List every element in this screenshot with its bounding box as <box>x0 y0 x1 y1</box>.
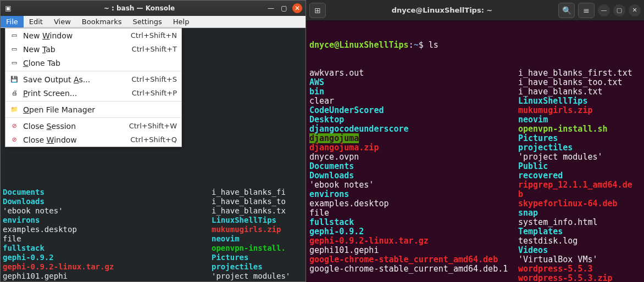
menu-item[interactable]: ▭New WindowCtrl+Shift+N <box>5 29 181 42</box>
menu-item-label: New Window <box>23 31 126 40</box>
ls-entry: gephi-0.9.2 <box>309 227 364 236</box>
menu-item[interactable]: ▭New TabCtrl+Shift+T <box>5 42 181 56</box>
ls-entry: 'project modules' <box>518 152 603 162</box>
menu-item-icon: ▭ <box>10 45 19 54</box>
konsole-title: ~ : bash — Konsole <box>16 4 263 12</box>
konsole-titlebar[interactable]: ▣ ~ : bash — Konsole — ▢ ✕ <box>1 1 306 16</box>
ls-entry: fullstack <box>3 244 45 252</box>
menubar-item-bookmarks[interactable]: Bookmarks <box>76 16 127 27</box>
ls-entry: fullstack <box>309 217 354 227</box>
ls-entry: clear <box>309 96 334 106</box>
search-button[interactable]: 🔍 <box>558 3 575 18</box>
ls-entry: 'project modules' <box>212 272 290 280</box>
gnome-terminal[interactable]: dnyce@LinuxShellTips:~$ ls awkvars.outAW… <box>306 21 644 282</box>
ls-entry: b <box>518 189 523 199</box>
ls-entry: mukumugirls.zip <box>518 105 592 115</box>
ls-entry: mukumugirls.zip <box>212 225 281 234</box>
maximize-button[interactable]: ▢ <box>613 4 625 16</box>
konsole-window: ▣ ~ : bash — Konsole — ▢ ✕ FileEditViewB… <box>0 0 306 282</box>
ls-entry: Desktop <box>309 115 344 125</box>
ls-entry: Documents <box>3 188 45 196</box>
ls-entry: wordpress-5.5.3 <box>518 264 592 274</box>
menu-item[interactable]: ▭Clone Tab <box>5 56 181 70</box>
menubar-item-edit[interactable]: Edit <box>24 16 48 27</box>
ls-entry: projectiles <box>212 262 263 271</box>
ls-entry: i_have_blanks.tx <box>212 206 286 215</box>
close-button[interactable]: ✕ <box>629 4 641 16</box>
menu-item[interactable]: ⊘Close SessionCtrl+Shift+W <box>5 119 181 133</box>
ls-entry: google-chrome-stable_current_amd64.deb.1 <box>309 264 508 274</box>
ls-entry: 'ebook notes' <box>3 206 63 215</box>
ls-entry: google-chrome-stable_current_amd64.deb <box>3 281 179 281</box>
ls-entry: CodeUnderScored <box>309 105 384 115</box>
menu-item-shortcut: Ctrl+Shift+P <box>132 89 177 97</box>
ls-entry: Public <box>212 281 240 281</box>
ls-entry: examples.desktop <box>309 199 389 208</box>
ls-entry: Videos <box>518 245 548 255</box>
ls-entry: i_have_blanks_first.txt <box>518 68 632 78</box>
ls-entry: openvpn-install.sh <box>518 124 608 134</box>
menu-item-icon: ▭ <box>10 59 19 67</box>
ls-entry: Downloads <box>3 197 45 206</box>
ls-entry: wordpress-5.5.3.zip <box>518 273 613 282</box>
ls-entry: neovim <box>212 234 240 243</box>
ls-entry: google-chrome-stable_current_amd64.deb <box>309 255 498 264</box>
ls-entry: file <box>309 208 329 218</box>
menu-item-label: Print Screen... <box>23 89 127 98</box>
minimize-button[interactable]: — <box>598 4 610 16</box>
ls-entry: gephi101.gephi <box>309 245 379 255</box>
menubar-item-view[interactable]: View <box>48 16 76 27</box>
ls-entry: file <box>3 234 21 243</box>
prompt-line: dnyce@LinuxShellTips:~$ ls <box>309 41 641 50</box>
menu-separator <box>5 71 181 71</box>
ls-entry: Templates <box>518 227 563 236</box>
file-menu-dropdown: ▭New WindowCtrl+Shift+N▭New TabCtrl+Shif… <box>5 28 182 147</box>
menu-item-shortcut: Ctrl+Shift+S <box>131 75 177 83</box>
menu-separator <box>5 101 181 101</box>
ls-entry: AWS <box>309 77 324 87</box>
menu-item-label: Open File Manager <box>23 105 173 114</box>
gnome-titlebar[interactable]: ⊞ dnyce@LinuxShellTips: ~ 🔍 ≡ — ▢ ✕ <box>306 0 644 21</box>
ls-entry: i_have_blanks.txt <box>518 87 603 97</box>
new-tab-button[interactable]: ⊞ <box>309 3 326 18</box>
menu-item-icon: 📁 <box>10 105 19 114</box>
ls-entry: i_have_blanks_fi <box>212 188 286 196</box>
hamburger-menu-button[interactable]: ≡ <box>578 3 595 18</box>
ls-entry: bin <box>309 87 324 97</box>
close-button[interactable]: ✕ <box>292 3 302 13</box>
menubar-item-help[interactable]: Help <box>168 16 195 27</box>
menu-item[interactable]: 🖨Print Screen...Ctrl+Shift+P <box>5 86 181 100</box>
ls-entry: Pictures <box>212 253 248 262</box>
ls-entry: skypeforlinux-64.deb <box>518 199 618 208</box>
menu-item-shortcut: Ctrl+Shift+T <box>132 45 177 53</box>
menu-item[interactable]: 📁Open File Manager <box>5 103 181 116</box>
menu-item-label: Close Session <box>23 122 125 131</box>
ls-entry: Public <box>518 161 548 171</box>
ls-entry: LinuxShellTips <box>518 96 587 106</box>
ls-entry: gephi101.gephi <box>3 272 68 280</box>
ls-entry: dnyce.ovpn <box>309 152 359 162</box>
ls-entry: system_info.html <box>518 217 598 227</box>
ls-entry: awkvars.out <box>309 68 364 78</box>
ls-entry: neovim <box>518 115 548 125</box>
konsole-app-icon: ▣ <box>4 4 13 13</box>
menu-item-shortcut: Ctrl+Shift+N <box>131 31 177 40</box>
ls-entry: 'ebook notes' <box>309 180 374 190</box>
menu-item-label: Save Output As... <box>23 75 127 84</box>
menu-item-icon: 💾 <box>10 75 19 84</box>
menu-item-shortcut: Ctrl+Shift+W <box>129 122 177 130</box>
menu-separator <box>5 117 181 118</box>
menu-item[interactable]: 💾Save Output As...Ctrl+Shift+S <box>5 72 181 86</box>
ls-entry: Pictures <box>518 133 558 143</box>
maximize-button[interactable]: ▢ <box>279 3 289 13</box>
ls-entry: ripgrep_12.1.1_amd64.de <box>518 180 632 190</box>
menubar-item-file[interactable]: File <box>1 16 24 27</box>
ls-entry: recovered <box>518 171 563 181</box>
minimize-button[interactable]: — <box>266 3 276 13</box>
menubar-item-settings[interactable]: Settings <box>127 16 167 27</box>
ls-entry: 'VirtualBox VMs' <box>518 255 598 264</box>
menu-item-label: Close Window <box>23 136 126 144</box>
ls-entry: djangojuma <box>309 133 359 143</box>
menu-item-label: New Tab <box>23 45 127 54</box>
menu-item[interactable]: ⊘Close WindowCtrl+Shift+Q <box>5 133 181 146</box>
